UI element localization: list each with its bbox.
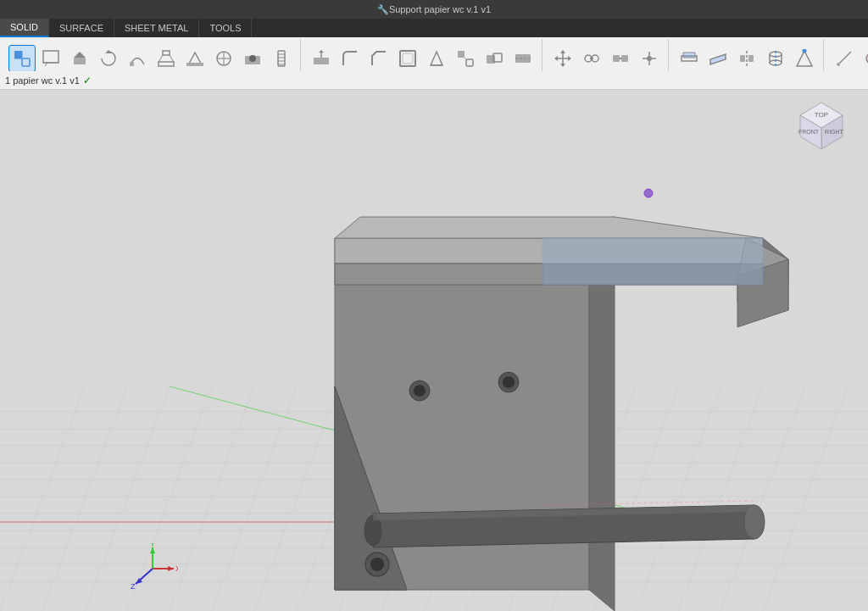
svg-rect-22 <box>278 51 285 66</box>
svg-marker-43 <box>560 50 565 53</box>
midplane-button[interactable] <box>733 45 760 72</box>
svg-marker-69 <box>797 51 812 66</box>
chamfer-button[interactable] <box>365 45 392 72</box>
loft-button[interactable] <box>153 45 180 72</box>
svg-text:TOP: TOP <box>815 111 828 119</box>
measure-button[interactable] <box>831 45 858 72</box>
fillet-button[interactable] <box>337 45 364 72</box>
draft-button[interactable] <box>423 45 450 72</box>
svg-marker-8 <box>74 52 86 58</box>
tab-surface[interactable]: SURFACE <box>49 19 114 37</box>
svg-rect-35 <box>466 59 473 66</box>
svg-marker-139 <box>589 238 615 611</box>
svg-rect-31 <box>403 53 413 64</box>
offset-plane-button[interactable] <box>676 45 703 72</box>
svg-text:Z: Z <box>131 582 136 591</box>
svg-rect-62 <box>740 55 745 62</box>
create-sketch-button[interactable] <box>37 45 64 72</box>
svg-rect-7 <box>74 58 86 64</box>
svg-marker-29 <box>319 50 324 53</box>
svg-marker-59 <box>683 53 695 58</box>
svg-marker-160 <box>542 238 763 264</box>
axis-indicator: X Y Z <box>127 543 178 594</box>
project-bar: 1 papier wc v.1 v1 ✓ <box>0 71 868 90</box>
svg-line-13 <box>159 55 163 62</box>
svg-rect-10 <box>130 62 134 66</box>
svg-rect-12 <box>159 62 174 66</box>
svg-rect-34 <box>458 51 465 58</box>
svg-point-53 <box>647 56 652 61</box>
plane-at-angle-button[interactable] <box>704 45 732 72</box>
title-text: Support papier wc v.1 v1 <box>389 4 491 14</box>
svg-point-150 <box>503 376 515 388</box>
point-at-vertex-button[interactable] <box>791 45 818 72</box>
tab-tools[interactable]: TOOLS <box>199 19 252 37</box>
svg-marker-32 <box>431 52 442 65</box>
sweep-button[interactable] <box>124 45 151 72</box>
svg-rect-0 <box>14 51 22 58</box>
viewport[interactable]: ● <box>0 90 868 611</box>
axis-through-cylinder-button[interactable] <box>762 45 789 72</box>
svg-rect-51 <box>621 55 628 62</box>
thread-button[interactable] <box>268 45 295 72</box>
title-bar: 🔧 Support papier wc v.1 v1 <box>0 0 868 19</box>
scale-button[interactable] <box>452 45 479 72</box>
press-pull-button[interactable] <box>308 45 335 72</box>
svg-rect-50 <box>613 55 620 62</box>
svg-rect-11 <box>163 51 170 55</box>
tab-sheetmetal[interactable]: SHEET METAL <box>114 19 199 37</box>
new-component-button[interactable] <box>8 45 36 72</box>
replace-face-button[interactable] <box>509 45 537 72</box>
3d-model <box>0 90 868 611</box>
svg-point-49 <box>590 57 593 60</box>
project-saved-icon: ✓ <box>83 75 92 86</box>
svg-point-154 <box>370 558 384 571</box>
svg-text:RIGHT: RIGHT <box>825 129 844 135</box>
menu-tabs: SOLID SURFACE SHEET METAL TOOLS <box>0 19 868 37</box>
combine-button[interactable] <box>481 45 508 72</box>
revolve-button[interactable] <box>95 45 122 72</box>
svg-text:FRONT: FRONT <box>798 129 820 135</box>
svg-point-148 <box>414 385 426 397</box>
svg-line-14 <box>170 55 174 62</box>
svg-line-71 <box>837 52 851 65</box>
svg-marker-173 <box>150 547 155 553</box>
svg-marker-170 <box>168 566 174 571</box>
web-button[interactable] <box>210 45 237 72</box>
svg-marker-45 <box>554 56 558 61</box>
svg-marker-159 <box>542 264 763 285</box>
svg-text:X: X <box>175 564 178 573</box>
title-icon: 🔧 <box>377 4 389 15</box>
svg-point-161 <box>644 189 653 197</box>
joint-button[interactable] <box>578 45 605 72</box>
as-built-joint-button[interactable] <box>607 45 634 72</box>
hole-button[interactable] <box>239 45 266 72</box>
project-name: 1 papier wc v.1 v1 <box>5 75 80 86</box>
svg-marker-60 <box>710 54 726 64</box>
interference-button[interactable] <box>860 45 868 72</box>
svg-rect-4 <box>43 51 58 63</box>
svg-rect-27 <box>314 58 329 64</box>
svg-text:Y: Y <box>150 543 155 548</box>
svg-rect-63 <box>748 55 754 62</box>
svg-rect-1 <box>22 58 30 66</box>
joint-origin-button[interactable] <box>636 45 663 72</box>
svg-marker-44 <box>560 64 565 67</box>
svg-rect-16 <box>186 63 203 66</box>
move-button[interactable] <box>549 45 576 72</box>
nav-cube[interactable]: TOP RIGHT FRONT <box>792 98 851 158</box>
svg-marker-46 <box>568 56 571 61</box>
svg-point-21 <box>249 55 256 62</box>
shell-button[interactable] <box>394 45 421 72</box>
extrude-button[interactable] <box>66 45 93 72</box>
tab-solid[interactable]: SOLID <box>0 19 49 37</box>
rib-button[interactable] <box>181 45 209 72</box>
